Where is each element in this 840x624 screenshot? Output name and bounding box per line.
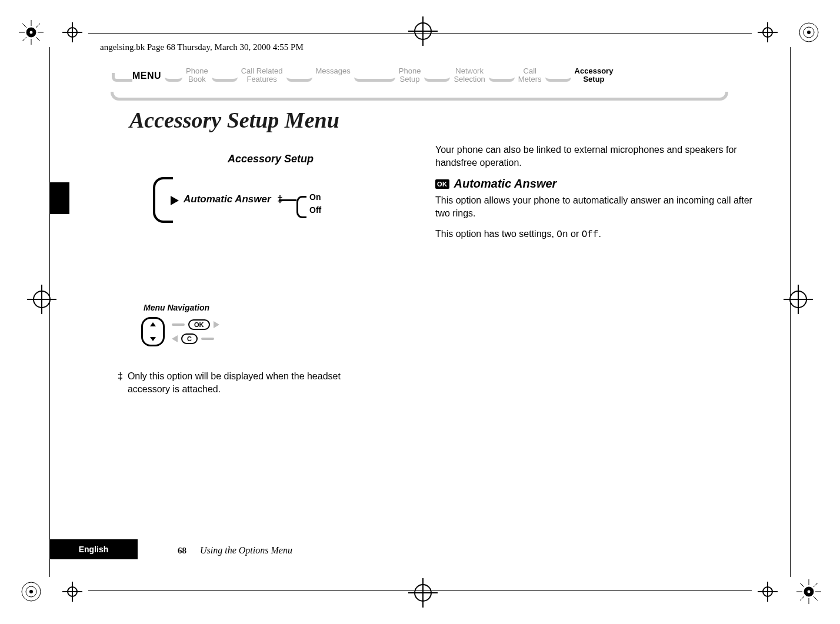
svg-line-22	[800, 583, 804, 587]
paragraph-1: This option allows your phone to automat…	[435, 194, 753, 219]
crumb-line1: Phone	[186, 67, 208, 75]
file-header: angelsing.bk Page 68 Thursday, March 30,…	[100, 42, 304, 52]
tree-option-off: Off	[309, 205, 321, 215]
connector-icon	[112, 73, 132, 82]
connector-icon	[165, 73, 182, 82]
crumb-call-related-features: Call RelatedFeatures	[238, 67, 286, 83]
menu-band: MENU PhoneBook Call RelatedFeatures Mess…	[112, 67, 728, 95]
phi-mark-bl	[62, 582, 82, 602]
svg-line-23	[814, 596, 818, 600]
crop-line-bottom	[88, 590, 752, 591]
svg-line-7	[36, 37, 40, 41]
svg-point-1	[29, 31, 33, 34]
tree-subbracket-icon	[296, 196, 306, 218]
crop-line-right	[790, 47, 791, 577]
crumb-line2: Book	[188, 75, 206, 84]
dpad-icon	[141, 317, 165, 346]
p2-part-mid: or	[568, 229, 582, 239]
page-title: Accessory Setup Menu	[129, 107, 339, 133]
connector-icon	[286, 73, 312, 82]
crumb-line2: Meters	[518, 75, 542, 84]
menu-underbar	[111, 92, 728, 101]
ok-badge-icon: OK	[435, 179, 449, 189]
crumb-accessory-setup: AccessorySetup	[571, 67, 617, 83]
registration-sun-tl	[18, 19, 45, 46]
crumb-line2: Selection	[454, 75, 485, 84]
registration-sun-br	[795, 578, 822, 605]
connector-icon	[489, 73, 515, 82]
crumb-phone-setup: PhoneSetup	[395, 67, 425, 83]
register-mark-left	[25, 282, 59, 316]
svg-line-6	[22, 24, 26, 28]
crumb-line1: Network	[455, 67, 484, 75]
footnote: ‡ Only this option will be displayed whe…	[118, 370, 376, 395]
menu-tree-diagram: Automatic Answer ‡ On Off	[153, 173, 400, 244]
bar-icon	[201, 338, 214, 340]
paragraph-2: This option has two settings, On or Off.	[435, 228, 753, 242]
crumb-line2: Setup	[583, 75, 604, 84]
connector-icon	[354, 73, 395, 82]
svg-point-12	[807, 31, 811, 34]
crumb-line1: Messages	[316, 67, 351, 75]
tree-option-on: On	[309, 192, 321, 202]
intro-paragraph: Your phone can also be linked to externa…	[435, 144, 753, 169]
registration-sun-bl	[18, 578, 45, 605]
connector-icon	[424, 73, 450, 82]
arrow-left-icon	[172, 335, 178, 342]
left-column: Accessory Setup Automatic Answer ‡ On Of…	[118, 153, 400, 395]
crumb-messages: Messages	[312, 67, 354, 75]
register-mark-bottom	[406, 576, 440, 610]
svg-point-17	[807, 590, 811, 593]
p2-part-a: This option has two settings,	[435, 229, 556, 239]
nav-c-row: C	[172, 333, 219, 344]
register-mark-top	[406, 14, 440, 48]
ok-button-icon: OK	[188, 319, 210, 330]
phi-mark-br	[758, 582, 778, 602]
crop-line-top	[88, 33, 752, 34]
arrow-right-icon	[214, 321, 219, 328]
registration-sun-tr	[795, 19, 822, 46]
page: angelsing.bk Page 68 Thursday, March 30,…	[0, 0, 840, 624]
crumb-line2: Setup	[400, 75, 420, 84]
crumb-network-selection: NetworkSelection	[450, 67, 488, 83]
nav-buttons: OK C	[172, 319, 219, 344]
bar-icon	[172, 323, 185, 326]
tree-item-automatic-answer: Automatic Answer ‡	[184, 193, 283, 205]
crop-line-left	[49, 47, 50, 577]
crumb-line2: Features	[246, 75, 276, 84]
tree-subline-icon	[279, 199, 296, 201]
menu-navigation-block: Menu Navigation OK C	[141, 303, 400, 346]
crumb-phone-book: PhoneBook	[182, 67, 212, 83]
svg-line-25	[800, 596, 804, 600]
svg-line-9	[22, 37, 26, 41]
footnote-mark: ‡	[118, 370, 123, 395]
tree-root-bracket-icon	[153, 177, 173, 223]
connector-icon	[545, 73, 571, 82]
menu-label: MENU	[132, 67, 161, 81]
phi-mark-tr	[758, 22, 778, 42]
diagram-heading: Accessory Setup	[141, 153, 400, 165]
crumb-line1: Accessory	[575, 67, 614, 75]
section-tab	[49, 182, 69, 214]
crumb-line1: Call	[524, 67, 536, 75]
svg-line-8	[36, 24, 40, 28]
svg-line-24	[814, 583, 818, 587]
tree-item-label: Automatic Answer	[184, 193, 271, 205]
menu-navigation-title: Menu Navigation	[144, 303, 400, 312]
footer-section-title: Using the Options Menu	[200, 545, 292, 556]
code-on: On	[556, 229, 568, 240]
right-column: Your phone can also be linked to externa…	[435, 144, 753, 250]
tree-arrow-icon	[171, 196, 179, 205]
nav-ok-row: OK	[172, 319, 219, 330]
footnote-text: Only this option will be displayed when …	[128, 370, 376, 395]
p2-part-b: .	[598, 229, 601, 239]
register-mark-right	[781, 282, 815, 316]
svg-point-15	[29, 590, 33, 593]
subheading-row: OK Automatic Answer	[435, 177, 753, 191]
code-off: Off	[582, 229, 599, 240]
connector-icon	[212, 73, 238, 82]
subheading-automatic-answer: Automatic Answer	[454, 177, 557, 191]
crumb-line1: Call Related	[241, 67, 283, 75]
crumb-call-meters: CallMeters	[515, 67, 545, 83]
crumb-line1: Phone	[399, 67, 421, 75]
